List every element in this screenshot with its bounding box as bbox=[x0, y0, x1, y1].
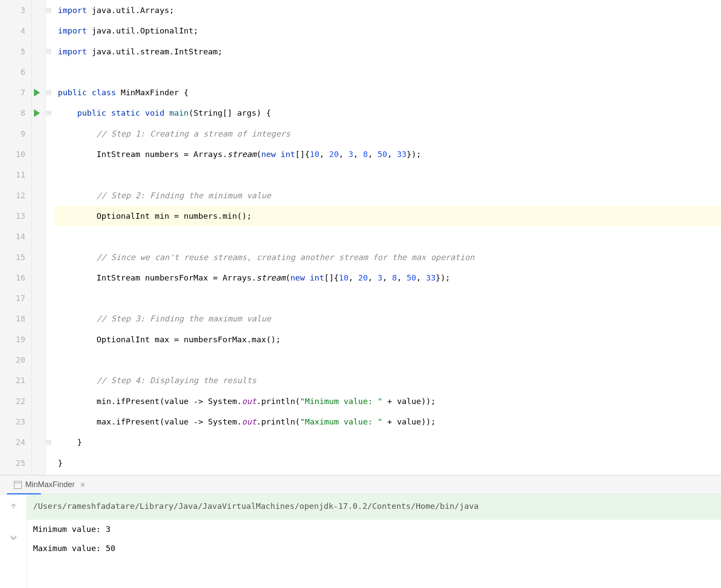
application-icon bbox=[14, 481, 22, 489]
code-line[interactable]: import java.util.OptionalInt; bbox=[58, 20, 721, 41]
run-gutter-slot bbox=[32, 350, 45, 370]
code-token: , bbox=[319, 150, 329, 159]
fold-down-icon[interactable]: − bbox=[47, 49, 51, 53]
fold-gutter-slot bbox=[46, 247, 54, 267]
code-token: public static void bbox=[77, 108, 170, 117]
run-icon[interactable] bbox=[34, 109, 40, 117]
fold-down-icon[interactable]: − bbox=[47, 90, 51, 95]
code-line[interactable]: } bbox=[58, 432, 721, 452]
code-line[interactable] bbox=[58, 62, 721, 82]
code-token bbox=[58, 129, 97, 138]
code-token: , bbox=[348, 273, 358, 282]
run-gutter-slot bbox=[32, 206, 45, 226]
code-line[interactable]: OptionalInt min = numbers.min(); bbox=[54, 206, 721, 226]
code-token: stream bbox=[227, 150, 257, 159]
code-token: 50 bbox=[377, 150, 387, 159]
editor-area: 345678910111213141516171819202122232425 … bbox=[0, 0, 721, 475]
fold-gutter-slot: − bbox=[46, 82, 54, 103]
code-editor[interactable]: import java.util.Arrays;import java.util… bbox=[54, 0, 721, 475]
fold-gutter-slot bbox=[46, 329, 54, 350]
code-line[interactable]: IntStream numbers = Arrays.stream(new in… bbox=[58, 144, 721, 164]
code-token: ( bbox=[257, 150, 261, 159]
code-line[interactable]: import java.util.stream.IntStream; bbox=[58, 41, 721, 62]
code-token: , bbox=[353, 150, 363, 159]
close-icon[interactable]: ✕ bbox=[80, 481, 86, 489]
code-token: (String[] args) { bbox=[189, 108, 271, 117]
code-token: new int bbox=[261, 150, 295, 159]
code-token: , bbox=[416, 273, 426, 282]
code-token: }); bbox=[407, 150, 421, 159]
code-line[interactable]: // Since we can't reuse streams, creatin… bbox=[58, 247, 721, 267]
line-number: 16 bbox=[0, 267, 25, 288]
code-line[interactable]: // Step 2: Finding the minimum value bbox=[58, 185, 721, 206]
code-line[interactable]: max.ifPresent(value -> System.out.printl… bbox=[58, 411, 721, 432]
line-number: 11 bbox=[0, 164, 25, 185]
code-token bbox=[58, 108, 77, 117]
fold-up-icon[interactable]: − bbox=[47, 440, 51, 444]
code-token: 8 bbox=[363, 150, 368, 159]
run-gutter-slot bbox=[32, 185, 45, 206]
code-line[interactable]: // Step 1: Creating a stream of integers bbox=[58, 124, 721, 144]
code-token bbox=[58, 376, 97, 385]
run-gutter-slot bbox=[32, 370, 45, 391]
code-line[interactable]: public class MinMaxFinder { bbox=[58, 82, 721, 103]
line-number: 20 bbox=[0, 350, 25, 370]
console-command-line: /Users/rameshfadatare/Library/Java/JavaV… bbox=[27, 494, 721, 520]
code-token: OptionalInt max = numbersForMax.max(); bbox=[58, 335, 280, 344]
run-tab[interactable]: MinMaxFinder ✕ bbox=[10, 478, 89, 492]
fold-gutter-slot: − bbox=[46, 0, 54, 20]
code-token: import bbox=[58, 47, 92, 56]
code-line[interactable]: public static void main(String[] args) { bbox=[58, 103, 721, 123]
code-line[interactable] bbox=[58, 288, 721, 308]
code-token bbox=[58, 314, 97, 323]
run-gutter-slot bbox=[32, 144, 45, 164]
code-token: OptionalInt min = numbers.min(); bbox=[58, 211, 252, 220]
code-line[interactable] bbox=[58, 226, 721, 247]
run-gutter bbox=[32, 0, 46, 475]
run-gutter-slot bbox=[32, 247, 45, 267]
code-line[interactable] bbox=[58, 164, 721, 185]
fold-gutter-slot bbox=[46, 411, 54, 432]
console-output[interactable]: /Users/rameshfadatare/Library/Java/JavaV… bbox=[27, 494, 721, 588]
code-line[interactable]: // Step 4: Displaying the results bbox=[58, 370, 721, 391]
line-number: 23 bbox=[0, 411, 25, 432]
fold-gutter-slot bbox=[46, 370, 54, 391]
run-gutter-slot bbox=[32, 0, 45, 20]
code-line[interactable]: import java.util.Arrays; bbox=[58, 0, 721, 20]
code-token: import bbox=[58, 6, 92, 15]
scroll-up-icon[interactable] bbox=[10, 502, 17, 512]
line-number: 10 bbox=[0, 144, 25, 164]
code-token: 20 bbox=[329, 150, 339, 159]
code-line[interactable]: OptionalInt max = numbersForMax.max(); bbox=[58, 329, 721, 350]
code-line[interactable]: // Step 3: Finding the maximum value bbox=[58, 308, 721, 329]
more-icon[interactable] bbox=[9, 534, 18, 543]
code-token: java.util.Arrays; bbox=[92, 6, 174, 15]
code-token: // Step 4: Displaying the results bbox=[97, 376, 257, 385]
run-gutter-slot bbox=[32, 41, 45, 62]
code-token bbox=[58, 191, 97, 200]
active-tab-indicator bbox=[7, 493, 41, 494]
code-token: ( bbox=[285, 273, 290, 282]
code-line[interactable]: min.ifPresent(value -> System.out.printl… bbox=[58, 391, 721, 411]
code-token: out bbox=[242, 397, 256, 406]
code-line[interactable]: } bbox=[58, 453, 721, 473]
code-token: []{ bbox=[295, 150, 310, 159]
fold-gutter: −−−−− bbox=[46, 0, 54, 475]
run-gutter-slot bbox=[32, 267, 45, 288]
code-token: "Minimum value: " bbox=[300, 397, 382, 406]
run-icon[interactable] bbox=[34, 89, 40, 97]
fold-gutter-slot bbox=[46, 124, 54, 144]
fold-down-icon[interactable]: − bbox=[47, 8, 51, 13]
line-number: 25 bbox=[0, 453, 25, 473]
fold-down-icon[interactable]: − bbox=[47, 111, 51, 115]
line-number: 6 bbox=[0, 62, 25, 82]
fold-gutter-slot bbox=[46, 308, 54, 329]
fold-gutter-slot bbox=[46, 267, 54, 288]
fold-gutter-slot bbox=[46, 20, 54, 41]
code-line[interactable] bbox=[58, 350, 721, 370]
code-line[interactable]: IntStream numbersForMax = Arrays.stream(… bbox=[58, 267, 721, 288]
code-token: 8 bbox=[392, 273, 397, 282]
code-token: 33 bbox=[426, 273, 436, 282]
code-token: 10 bbox=[339, 273, 348, 282]
line-number: 12 bbox=[0, 185, 25, 206]
